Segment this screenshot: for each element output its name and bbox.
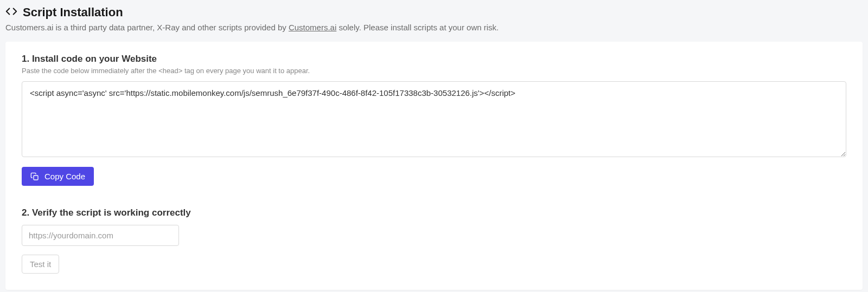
svg-rect-0 xyxy=(34,176,38,180)
domain-input[interactable] xyxy=(22,225,179,246)
script-code-textarea[interactable] xyxy=(22,81,846,157)
customers-ai-link[interactable]: Customers.ai xyxy=(289,23,336,32)
copy-icon xyxy=(30,172,39,181)
subtitle-text-before: Customers.ai is a third party data partn… xyxy=(5,23,289,32)
subtitle-text-after: solely. Please install scripts at your o… xyxy=(336,23,499,32)
copy-code-button[interactable]: Copy Code xyxy=(22,167,94,186)
step2-title: 2. Verify the script is working correctl… xyxy=(22,207,846,218)
page-header: Script Installation xyxy=(5,5,863,20)
step1-title: 1. Install code on your Website xyxy=(22,54,846,64)
copy-code-label: Copy Code xyxy=(44,172,85,181)
install-card: 1. Install code on your Website Paste th… xyxy=(5,42,863,290)
page-title: Script Installation xyxy=(23,5,123,20)
code-icon xyxy=(5,5,17,20)
test-it-button[interactable]: Test it xyxy=(22,255,59,274)
page-subtitle: Customers.ai is a third party data partn… xyxy=(5,23,863,32)
step1-desc: Paste the code below immediately after t… xyxy=(22,67,846,75)
